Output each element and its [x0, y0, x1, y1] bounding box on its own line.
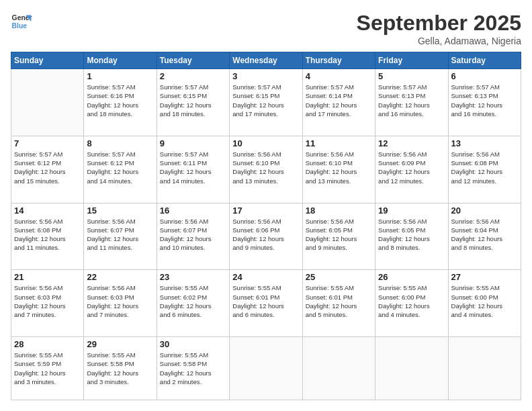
day-cell: 19Sunrise: 5:56 AM Sunset: 6:05 PM Dayli…	[375, 203, 448, 270]
week-row-4: 21Sunrise: 5:56 AM Sunset: 6:03 PM Dayli…	[11, 270, 521, 337]
day-number: 20	[451, 205, 518, 216]
day-cell: 21Sunrise: 5:56 AM Sunset: 6:03 PM Dayli…	[11, 270, 84, 337]
day-info: Sunrise: 5:56 AM Sunset: 6:10 PM Dayligh…	[232, 150, 299, 185]
day-cell: 7Sunrise: 5:57 AM Sunset: 6:12 PM Daylig…	[11, 136, 84, 203]
day-cell: 23Sunrise: 5:55 AM Sunset: 6:02 PM Dayli…	[157, 270, 229, 337]
day-number: 26	[378, 272, 445, 282]
day-info: Sunrise: 5:56 AM Sunset: 6:06 PM Dayligh…	[232, 217, 299, 253]
day-cell: 12Sunrise: 5:56 AM Sunset: 6:09 PM Dayli…	[375, 136, 448, 203]
svg-text:Blue: Blue	[12, 22, 28, 30]
day-info: Sunrise: 5:55 AM Sunset: 6:01 PM Dayligh…	[232, 283, 299, 319]
day-info: Sunrise: 5:56 AM Sunset: 6:07 PM Dayligh…	[160, 217, 226, 253]
header-thursday: Thursday	[302, 52, 375, 69]
day-info: Sunrise: 5:57 AM Sunset: 6:12 PM Dayligh…	[87, 150, 153, 185]
day-cell: 1Sunrise: 5:57 AM Sunset: 6:16 PM Daylig…	[84, 69, 157, 136]
day-info: Sunrise: 5:56 AM Sunset: 6:08 PM Dayligh…	[14, 217, 81, 253]
day-number: 29	[87, 339, 153, 349]
day-cell: 10Sunrise: 5:56 AM Sunset: 6:10 PM Dayli…	[230, 136, 302, 203]
day-number: 12	[378, 138, 445, 148]
day-cell: 13Sunrise: 5:56 AM Sunset: 6:08 PM Dayli…	[448, 136, 521, 203]
day-info: Sunrise: 5:56 AM Sunset: 6:03 PM Dayligh…	[14, 283, 81, 319]
day-number: 16	[160, 205, 226, 216]
day-number: 10	[232, 138, 299, 148]
day-number: 3	[232, 71, 299, 81]
day-cell: 27Sunrise: 5:55 AM Sunset: 6:00 PM Dayli…	[448, 270, 521, 337]
day-cell: 15Sunrise: 5:56 AM Sunset: 6:07 PM Dayli…	[84, 203, 157, 270]
location: Gella, Adamawa, Nigeria	[357, 36, 521, 46]
day-cell: 14Sunrise: 5:56 AM Sunset: 6:08 PM Dayli…	[11, 203, 84, 270]
week-row-1: 1Sunrise: 5:57 AM Sunset: 6:16 PM Daylig…	[11, 69, 521, 136]
day-cell	[448, 337, 521, 400]
day-info: Sunrise: 5:57 AM Sunset: 6:12 PM Dayligh…	[14, 150, 81, 185]
day-number: 6	[451, 71, 518, 81]
day-number: 4	[306, 71, 372, 81]
title-area: September 2025 Gella, Adamawa, Nigeria	[357, 11, 521, 46]
day-number: 27	[451, 272, 518, 282]
day-cell: 25Sunrise: 5:55 AM Sunset: 6:01 PM Dayli…	[302, 270, 375, 337]
day-info: Sunrise: 5:55 AM Sunset: 5:58 PM Dayligh…	[160, 351, 226, 386]
day-cell: 29Sunrise: 5:55 AM Sunset: 5:58 PM Dayli…	[84, 337, 157, 400]
day-number: 5	[378, 71, 445, 81]
header-saturday: Saturday	[448, 52, 521, 69]
day-cell	[11, 69, 84, 136]
day-number: 2	[160, 71, 226, 81]
day-number: 25	[306, 272, 372, 282]
day-info: Sunrise: 5:55 AM Sunset: 5:58 PM Dayligh…	[87, 351, 153, 386]
day-number: 30	[160, 339, 226, 349]
day-cell: 2Sunrise: 5:57 AM Sunset: 6:15 PM Daylig…	[157, 69, 229, 136]
day-cell: 30Sunrise: 5:55 AM Sunset: 5:58 PM Dayli…	[157, 337, 229, 400]
header-wednesday: Wednesday	[230, 52, 302, 69]
day-number: 13	[451, 138, 518, 148]
header-friday: Friday	[375, 52, 448, 69]
day-info: Sunrise: 5:57 AM Sunset: 6:11 PM Dayligh…	[160, 150, 226, 185]
day-headers: Sunday Monday Tuesday Wednesday Thursday…	[11, 52, 521, 69]
day-info: Sunrise: 5:55 AM Sunset: 5:59 PM Dayligh…	[14, 351, 81, 386]
day-info: Sunrise: 5:57 AM Sunset: 6:15 PM Dayligh…	[160, 83, 226, 118]
day-info: Sunrise: 5:56 AM Sunset: 6:07 PM Dayligh…	[87, 217, 153, 253]
day-cell: 26Sunrise: 5:55 AM Sunset: 6:00 PM Dayli…	[375, 270, 448, 337]
day-info: Sunrise: 5:56 AM Sunset: 6:04 PM Dayligh…	[451, 217, 518, 253]
day-cell: 5Sunrise: 5:57 AM Sunset: 6:13 PM Daylig…	[375, 69, 448, 136]
header-sunday: Sunday	[11, 52, 84, 69]
day-cell: 3Sunrise: 5:57 AM Sunset: 6:15 PM Daylig…	[230, 69, 302, 136]
day-number: 14	[14, 205, 81, 216]
day-cell: 16Sunrise: 5:56 AM Sunset: 6:07 PM Dayli…	[157, 203, 229, 270]
day-info: Sunrise: 5:55 AM Sunset: 6:02 PM Dayligh…	[160, 283, 226, 319]
day-info: Sunrise: 5:56 AM Sunset: 6:05 PM Dayligh…	[306, 217, 372, 253]
week-row-3: 14Sunrise: 5:56 AM Sunset: 6:08 PM Dayli…	[11, 203, 521, 270]
day-cell: 8Sunrise: 5:57 AM Sunset: 6:12 PM Daylig…	[84, 136, 157, 203]
day-info: Sunrise: 5:56 AM Sunset: 6:03 PM Dayligh…	[87, 283, 153, 319]
day-info: Sunrise: 5:56 AM Sunset: 6:05 PM Dayligh…	[378, 217, 445, 253]
day-info: Sunrise: 5:57 AM Sunset: 6:13 PM Dayligh…	[451, 83, 518, 118]
day-number: 21	[14, 272, 81, 282]
day-number: 24	[232, 272, 299, 282]
day-cell: 6Sunrise: 5:57 AM Sunset: 6:13 PM Daylig…	[448, 69, 521, 136]
header-tuesday: Tuesday	[157, 52, 229, 69]
day-number: 8	[87, 138, 153, 148]
day-info: Sunrise: 5:55 AM Sunset: 6:00 PM Dayligh…	[451, 283, 518, 319]
day-info: Sunrise: 5:55 AM Sunset: 6:01 PM Dayligh…	[306, 283, 372, 319]
day-info: Sunrise: 5:55 AM Sunset: 6:00 PM Dayligh…	[378, 283, 445, 319]
calendar: Sunday Monday Tuesday Wednesday Thursday…	[11, 52, 521, 400]
day-cell	[375, 337, 448, 400]
day-cell: 24Sunrise: 5:55 AM Sunset: 6:01 PM Dayli…	[230, 270, 302, 337]
day-cell: 20Sunrise: 5:56 AM Sunset: 6:04 PM Dayli…	[448, 203, 521, 270]
header: General Blue September 2025 Gella, Adama…	[11, 11, 521, 46]
week-row-5: 28Sunrise: 5:55 AM Sunset: 5:59 PM Dayli…	[11, 337, 521, 400]
day-info: Sunrise: 5:56 AM Sunset: 6:08 PM Dayligh…	[451, 150, 518, 185]
header-monday: Monday	[84, 52, 157, 69]
day-number: 17	[232, 205, 299, 216]
day-cell: 11Sunrise: 5:56 AM Sunset: 6:10 PM Dayli…	[302, 136, 375, 203]
day-number: 7	[14, 138, 81, 148]
day-cell	[230, 337, 302, 400]
day-number: 23	[160, 272, 226, 282]
week-row-2: 7Sunrise: 5:57 AM Sunset: 6:12 PM Daylig…	[11, 136, 521, 203]
day-info: Sunrise: 5:57 AM Sunset: 6:13 PM Dayligh…	[378, 83, 445, 118]
day-info: Sunrise: 5:57 AM Sunset: 6:14 PM Dayligh…	[306, 83, 372, 118]
day-info: Sunrise: 5:56 AM Sunset: 6:10 PM Dayligh…	[306, 150, 372, 185]
day-info: Sunrise: 5:57 AM Sunset: 6:16 PM Dayligh…	[87, 83, 153, 118]
day-cell: 22Sunrise: 5:56 AM Sunset: 6:03 PM Dayli…	[84, 270, 157, 337]
day-cell: 4Sunrise: 5:57 AM Sunset: 6:14 PM Daylig…	[302, 69, 375, 136]
day-number: 19	[378, 205, 445, 216]
day-info: Sunrise: 5:57 AM Sunset: 6:15 PM Dayligh…	[232, 83, 299, 118]
